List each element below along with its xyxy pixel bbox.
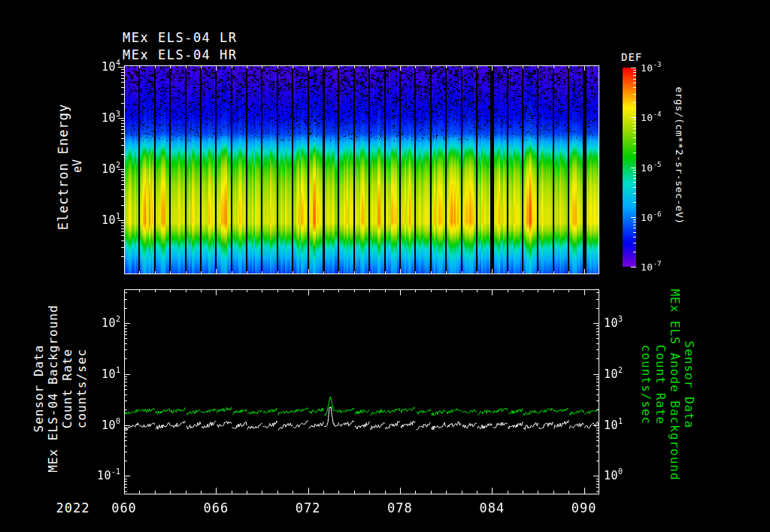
ytick-label: 101 — [75, 367, 120, 381]
xtick-label: 072 — [278, 500, 338, 515]
xtick-label: 066 — [186, 500, 246, 515]
ytick-label: 102 — [75, 162, 120, 176]
ytick-label: 101 — [75, 213, 120, 227]
plot-title-lr: MEx ELS-04 LR — [123, 30, 238, 45]
ytick-label: 100 — [604, 468, 649, 482]
xtick-label: 090 — [554, 500, 614, 515]
ytick-label: 102 — [604, 367, 649, 381]
axis-title-line: Sensor Data — [32, 163, 46, 532]
xtick-label: 060 — [94, 500, 154, 515]
ytick-label: 10-6 — [641, 211, 686, 223]
ytick-label: 10-3 — [641, 62, 686, 74]
spectrogram-canvas — [124, 65, 599, 274]
timeseries-canvas — [124, 289, 599, 494]
colorbar-canvas — [623, 68, 636, 267]
xtick-label: 084 — [462, 500, 522, 515]
xtick-label: 078 — [370, 500, 430, 515]
ytick-label: 10-7 — [641, 261, 686, 273]
ytick-label: 10-5 — [641, 162, 686, 174]
ytick-label: 103 — [604, 316, 649, 330]
axis-title-line: Count Rate — [60, 163, 74, 532]
ytick-label: 102 — [75, 316, 120, 330]
axis-title-line: MEx ELS-04 Background — [46, 163, 60, 532]
plot-page: MEx ELS-04 LR MEx ELS-04 HR Electron Ene… — [0, 0, 770, 532]
ytick-label: 100 — [75, 418, 120, 432]
ytick-label: 10-4 — [641, 111, 686, 123]
ytick-label: 10-1 — [75, 468, 120, 482]
plot-title-hr: MEx ELS-04 HR — [123, 47, 238, 62]
ytick-label: 101 — [604, 418, 649, 432]
colorbar-title: DEF — [621, 51, 642, 63]
ytick-label: 103 — [75, 110, 120, 125]
ytick-label: 104 — [75, 59, 120, 74]
